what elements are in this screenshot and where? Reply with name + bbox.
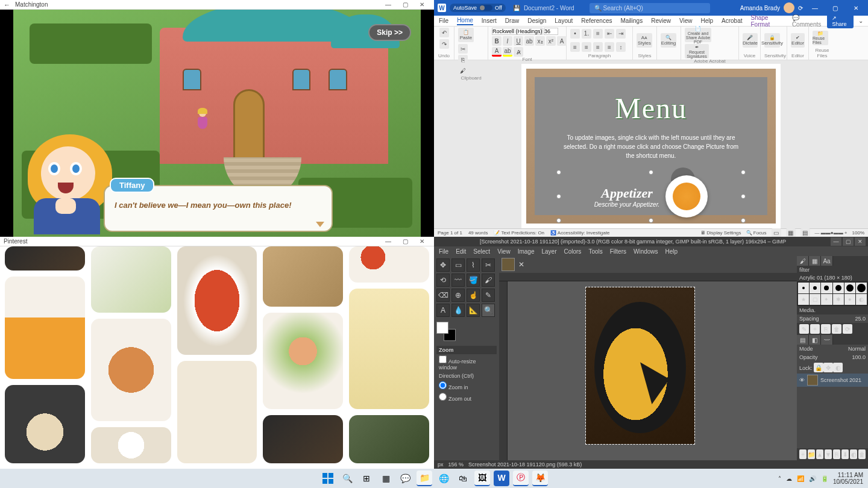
strike-icon[interactable]: ab xyxy=(524,36,534,46)
menu-windows[interactable]: Windows xyxy=(634,248,658,255)
brush-preset[interactable] xyxy=(810,283,820,293)
matchington-titlebar[interactable]: ← Matchington — ▢ ✕ xyxy=(0,0,434,10)
brush-preset[interactable]: ✦ xyxy=(821,294,832,305)
pinterest-feed[interactable] xyxy=(0,246,434,469)
transform-tool[interactable]: ⟲ xyxy=(436,274,450,287)
layer-row[interactable]: 👁 Screenshot 2021 xyxy=(797,374,868,387)
dialog-next-icon[interactable] xyxy=(316,222,324,227)
text-predictions[interactable]: 📝 Text Predictions: On xyxy=(494,230,544,236)
search-icon[interactable]: 🔍 xyxy=(339,471,355,486)
path-tool[interactable]: ✎ xyxy=(482,289,495,302)
menu-shape[interactable]: Menu To update images, single click with… xyxy=(526,69,776,224)
tab-design[interactable]: Design xyxy=(527,17,546,24)
tab-draw[interactable]: Draw xyxy=(505,17,519,24)
tab-file[interactable]: File xyxy=(439,17,448,24)
brush-refresh-icon[interactable]: ⟳ xyxy=(843,324,852,334)
numbering-icon[interactable]: 1. xyxy=(582,29,591,39)
maximize-button[interactable]: ▢ xyxy=(397,237,414,246)
comments-button[interactable]: 💬 Comments xyxy=(792,14,823,28)
skip-button[interactable]: Skip >> xyxy=(368,24,411,41)
menu-colors[interactable]: Colors xyxy=(564,248,581,255)
brush-del-icon[interactable]: 🗑 xyxy=(832,324,841,334)
copy-icon[interactable]: ⎘ xyxy=(458,55,468,64)
pin-item[interactable] xyxy=(177,246,257,355)
pin-item[interactable] xyxy=(91,246,171,313)
layer-up-icon[interactable]: ▲ xyxy=(816,449,823,459)
widgets-icon[interactable]: ▦ xyxy=(378,471,394,486)
task-view-icon[interactable]: ⊞ xyxy=(359,471,374,486)
sensitivity-button[interactable]: 🔒Sensitivity xyxy=(764,33,780,48)
italic-icon[interactable]: I xyxy=(503,36,512,46)
brush-dup-icon[interactable]: ⎘ xyxy=(821,324,831,334)
align-center-icon[interactable]: ≡ xyxy=(582,42,591,52)
layer-mask-icon[interactable]: ◐ xyxy=(850,449,857,459)
pin-item[interactable] xyxy=(5,385,85,463)
pinterest-titlebar[interactable]: Pinterest — ▢ ✕ xyxy=(0,237,434,246)
clock[interactable]: 11:11 AM 10/05/2021 xyxy=(833,472,863,485)
menu-image[interactable]: Image xyxy=(518,248,535,255)
close-tab-icon[interactable]: ✕ xyxy=(518,260,524,269)
lock-pixels-icon[interactable]: 🔒 xyxy=(814,363,823,372)
word-count[interactable]: 49 words xyxy=(468,230,488,236)
clone-tool[interactable]: ⊕ xyxy=(451,289,465,302)
color-swatch[interactable] xyxy=(436,322,456,341)
layer-down-icon[interactable]: ▼ xyxy=(825,449,832,459)
layer-merge-icon[interactable]: ⬇ xyxy=(841,449,849,459)
editor-button[interactable]: ✔Editor xyxy=(791,33,805,48)
zoom-slider[interactable]: — ▬▬●▬▬ + xyxy=(815,230,848,236)
brush-tool[interactable]: 🖌 xyxy=(482,274,495,287)
auto-resize-checkbox[interactable]: Auto-resize window xyxy=(436,354,497,372)
brushes-tab-icon[interactable]: 🖌 xyxy=(797,256,809,266)
clear-format-icon[interactable]: A̷ xyxy=(514,47,523,57)
zoom-select[interactable]: 156 % xyxy=(448,461,464,468)
layers-tab-icon[interactable]: ▤ xyxy=(797,335,809,345)
save-icon[interactable]: 💾 xyxy=(513,5,520,11)
brush-preset[interactable] xyxy=(833,283,844,293)
close-button[interactable]: ✕ xyxy=(414,237,430,246)
eraser-tool[interactable]: ⌫ xyxy=(436,289,450,302)
move-tool[interactable]: ✥ xyxy=(436,258,450,272)
reuse-files-button[interactable]: 📁Reuse Files xyxy=(813,31,828,45)
store-icon[interactable]: 🛍 xyxy=(455,471,471,486)
rect-select-tool[interactable]: ▭ xyxy=(451,258,465,272)
brush-preset[interactable] xyxy=(856,283,867,293)
bullets-icon[interactable]: • xyxy=(570,29,580,39)
minimize-button[interactable]: — xyxy=(807,3,823,13)
font-name-input[interactable] xyxy=(492,28,542,35)
smudge-tool[interactable]: ☝ xyxy=(467,289,480,302)
layer-new-icon[interactable]: ＋ xyxy=(799,449,807,459)
lock-alpha-icon[interactable]: ◐ xyxy=(833,363,843,372)
layer-name[interactable]: Screenshot 2021 xyxy=(820,377,861,383)
text-effects-icon[interactable]: A xyxy=(557,36,567,46)
bucket-tool[interactable]: 🪣 xyxy=(467,274,480,287)
menu-filters[interactable]: Filters xyxy=(610,248,626,255)
menu-help[interactable]: Help xyxy=(665,248,678,255)
tab-acrobat[interactable]: Acrobat xyxy=(722,17,742,24)
brush-preset[interactable]: ✱ xyxy=(833,294,844,305)
tab-help[interactable]: Help xyxy=(700,17,713,24)
gimp-titlebar[interactable]: [Screenshot 2021-10-18 191120] (imported… xyxy=(434,237,868,246)
brush-edit-icon[interactable]: ✎ xyxy=(799,324,809,334)
game-viewport[interactable]: Skip >> Tiffany I can't believe we—I mea… xyxy=(0,10,434,237)
appetizer-image[interactable] xyxy=(665,175,708,217)
ribbon-options-icon[interactable]: ⌄ xyxy=(858,17,863,24)
paste-button[interactable]: 📋Paste xyxy=(458,28,474,42)
measure-tool[interactable]: 📐 xyxy=(467,304,480,317)
menu-file[interactable]: File xyxy=(439,248,448,255)
layer-dup-icon[interactable]: ⎘ xyxy=(833,449,840,459)
brush-preset[interactable]: ▢ xyxy=(810,294,820,305)
pin-item[interactable] xyxy=(91,427,171,463)
photos-icon[interactable]: 🖼 xyxy=(474,471,490,486)
edge-icon[interactable]: 🌐 xyxy=(436,471,451,486)
menu-edit[interactable]: Edit xyxy=(456,248,466,255)
page-indicator[interactable]: Page 1 of 1 xyxy=(438,230,462,236)
zoom-tool[interactable]: 🔍 xyxy=(482,304,495,317)
menu-view[interactable]: View xyxy=(497,248,511,255)
request-signatures-button[interactable]: ✒Request Signatures xyxy=(685,44,709,58)
dialog-box[interactable]: Tiffany I can't believe we—I mean you—ow… xyxy=(104,185,333,232)
pin-item[interactable] xyxy=(5,246,85,271)
minimize-button[interactable]: — xyxy=(380,237,397,246)
brush-preset[interactable]: ◐ xyxy=(856,294,867,305)
text-tool[interactable]: A xyxy=(436,304,450,317)
superscript-icon[interactable]: x² xyxy=(546,36,556,46)
